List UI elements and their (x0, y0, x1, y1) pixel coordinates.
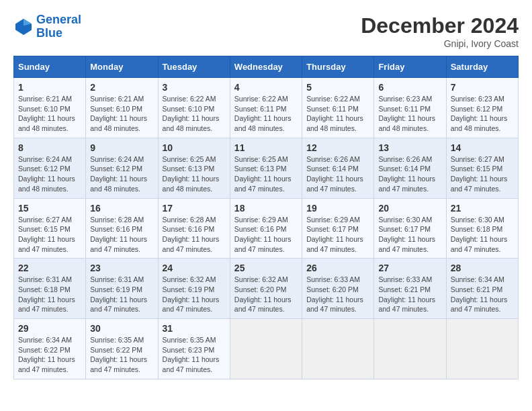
calendar-cell: 12Sunrise: 6:26 AM Sunset: 6:14 PM Dayli… (302, 138, 374, 198)
calendar-cell: 2Sunrise: 6:21 AM Sunset: 6:10 PM Daylig… (86, 78, 158, 138)
calendar-cell (230, 319, 302, 379)
day-info: Sunrise: 6:24 AM Sunset: 6:12 PM Dayligh… (90, 154, 153, 194)
calendar-cell: 15Sunrise: 6:27 AM Sunset: 6:15 PM Dayli… (14, 198, 86, 259)
day-number: 31 (163, 323, 226, 334)
day-info: Sunrise: 6:31 AM Sunset: 6:19 PM Dayligh… (90, 275, 153, 314)
calendar-cell: 21Sunrise: 6:30 AM Sunset: 6:18 PM Dayli… (446, 198, 518, 259)
day-number: 12 (306, 142, 369, 153)
day-info: Sunrise: 6:29 AM Sunset: 6:17 PM Dayligh… (306, 215, 369, 255)
day-number: 14 (451, 142, 514, 153)
day-number: 28 (451, 263, 514, 273)
calendar-cell: 13Sunrise: 6:26 AM Sunset: 6:14 PM Dayli… (374, 138, 446, 198)
day-info: Sunrise: 6:31 AM Sunset: 6:18 PM Dayligh… (18, 275, 81, 314)
day-info: Sunrise: 6:34 AM Sunset: 6:21 PM Dayligh… (451, 275, 514, 314)
day-info: Sunrise: 6:33 AM Sunset: 6:21 PM Dayligh… (378, 275, 441, 314)
calendar-cell: 31Sunrise: 6:35 AM Sunset: 6:23 PM Dayli… (158, 319, 230, 379)
calendar-cell: 28Sunrise: 6:34 AM Sunset: 6:21 PM Dayli… (446, 259, 518, 319)
calendar-cell: 3Sunrise: 6:22 AM Sunset: 6:10 PM Daylig… (158, 78, 230, 138)
header-day-monday: Monday (86, 56, 158, 78)
day-number: 1 (18, 82, 81, 93)
header-day-wednesday: Wednesday (230, 56, 302, 78)
day-number: 13 (378, 142, 441, 153)
calendar-cell: 16Sunrise: 6:28 AM Sunset: 6:16 PM Dayli… (86, 198, 158, 259)
day-number: 18 (234, 203, 298, 214)
header-day-sunday: Sunday (14, 56, 86, 78)
day-number: 27 (378, 263, 441, 273)
calendar-cell: 7Sunrise: 6:23 AM Sunset: 6:12 PM Daylig… (446, 78, 518, 138)
day-number: 3 (163, 82, 226, 93)
day-info: Sunrise: 6:29 AM Sunset: 6:16 PM Dayligh… (234, 215, 298, 255)
day-info: Sunrise: 6:21 AM Sunset: 6:10 PM Dayligh… (18, 94, 81, 134)
day-info: Sunrise: 6:27 AM Sunset: 6:15 PM Dayligh… (451, 154, 514, 194)
calendar-cell: 30Sunrise: 6:35 AM Sunset: 6:22 PM Dayli… (86, 319, 158, 379)
calendar-cell: 24Sunrise: 6:32 AM Sunset: 6:19 PM Dayli… (158, 259, 230, 319)
calendar-cell: 27Sunrise: 6:33 AM Sunset: 6:21 PM Dayli… (374, 259, 446, 319)
header: General Blue December 2024 Gnipi, Ivory … (13, 13, 519, 49)
day-info: Sunrise: 6:22 AM Sunset: 6:11 PM Dayligh… (234, 94, 298, 134)
day-info: Sunrise: 6:35 AM Sunset: 6:22 PM Dayligh… (90, 335, 153, 375)
day-number: 26 (306, 263, 369, 273)
week-row-3: 15Sunrise: 6:27 AM Sunset: 6:15 PM Dayli… (14, 198, 519, 259)
day-info: Sunrise: 6:27 AM Sunset: 6:15 PM Dayligh… (18, 215, 81, 255)
calendar-cell: 14Sunrise: 6:27 AM Sunset: 6:15 PM Dayli… (446, 138, 518, 198)
header-day-friday: Friday (374, 56, 446, 78)
day-info: Sunrise: 6:28 AM Sunset: 6:16 PM Dayligh… (90, 215, 153, 255)
calendar-cell: 11Sunrise: 6:25 AM Sunset: 6:13 PM Dayli… (230, 138, 302, 198)
subtitle: Gnipi, Ivory Coast (361, 38, 519, 49)
calendar-cell: 17Sunrise: 6:28 AM Sunset: 6:16 PM Dayli… (158, 198, 230, 259)
day-info: Sunrise: 6:23 AM Sunset: 6:11 PM Dayligh… (378, 94, 441, 134)
calendar-cell: 20Sunrise: 6:30 AM Sunset: 6:17 PM Dayli… (374, 198, 446, 259)
day-number: 2 (90, 82, 153, 93)
day-number: 7 (451, 82, 514, 93)
day-info: Sunrise: 6:33 AM Sunset: 6:20 PM Dayligh… (306, 275, 369, 314)
day-number: 15 (18, 203, 81, 214)
calendar-cell: 9Sunrise: 6:24 AM Sunset: 6:12 PM Daylig… (86, 138, 158, 198)
day-info: Sunrise: 6:26 AM Sunset: 6:14 PM Dayligh… (306, 154, 369, 194)
week-row-2: 8Sunrise: 6:24 AM Sunset: 6:12 PM Daylig… (14, 138, 519, 198)
week-row-5: 29Sunrise: 6:34 AM Sunset: 6:22 PM Dayli… (14, 319, 519, 379)
calendar-cell: 23Sunrise: 6:31 AM Sunset: 6:19 PM Dayli… (86, 259, 158, 319)
day-number: 23 (90, 263, 153, 273)
day-info: Sunrise: 6:22 AM Sunset: 6:11 PM Dayligh… (306, 94, 369, 134)
day-number: 21 (451, 203, 514, 214)
day-info: Sunrise: 6:26 AM Sunset: 6:14 PM Dayligh… (378, 154, 441, 194)
calendar-cell: 25Sunrise: 6:32 AM Sunset: 6:20 PM Dayli… (230, 259, 302, 319)
day-info: Sunrise: 6:35 AM Sunset: 6:23 PM Dayligh… (163, 335, 226, 375)
day-info: Sunrise: 6:30 AM Sunset: 6:18 PM Dayligh… (451, 215, 514, 255)
day-info: Sunrise: 6:23 AM Sunset: 6:12 PM Dayligh… (451, 94, 514, 134)
calendar-cell (374, 319, 446, 379)
day-number: 4 (234, 82, 298, 93)
calendar-cell: 19Sunrise: 6:29 AM Sunset: 6:17 PM Dayli… (302, 198, 374, 259)
calendar-cell: 5Sunrise: 6:22 AM Sunset: 6:11 PM Daylig… (302, 78, 374, 138)
day-number: 19 (306, 203, 369, 214)
logo-icon (13, 17, 34, 37)
day-number: 6 (378, 82, 441, 93)
day-info: Sunrise: 6:30 AM Sunset: 6:17 PM Dayligh… (378, 215, 441, 255)
day-number: 5 (306, 82, 369, 93)
day-number: 20 (378, 203, 441, 214)
day-info: Sunrise: 6:22 AM Sunset: 6:10 PM Dayligh… (163, 94, 226, 134)
logo-line1: General (36, 13, 81, 26)
day-number: 24 (163, 263, 226, 273)
calendar-cell: 29Sunrise: 6:34 AM Sunset: 6:22 PM Dayli… (14, 319, 86, 379)
day-number: 16 (90, 203, 153, 214)
calendar-cell (446, 319, 518, 379)
calendar-cell: 10Sunrise: 6:25 AM Sunset: 6:13 PM Dayli… (158, 138, 230, 198)
day-number: 11 (234, 142, 298, 153)
day-info: Sunrise: 6:21 AM Sunset: 6:10 PM Dayligh… (90, 94, 153, 134)
day-number: 8 (18, 142, 81, 153)
calendar-cell: 18Sunrise: 6:29 AM Sunset: 6:16 PM Dayli… (230, 198, 302, 259)
day-info: Sunrise: 6:32 AM Sunset: 6:19 PM Dayligh… (163, 275, 226, 314)
header-day-saturday: Saturday (446, 56, 518, 78)
day-number: 17 (163, 203, 226, 214)
header-day-tuesday: Tuesday (158, 56, 230, 78)
calendar-cell: 26Sunrise: 6:33 AM Sunset: 6:20 PM Dayli… (302, 259, 374, 319)
logo-line2: Blue (36, 26, 62, 40)
header-day-thursday: Thursday (302, 56, 374, 78)
calendar-cell: 6Sunrise: 6:23 AM Sunset: 6:11 PM Daylig… (374, 78, 446, 138)
calendar-cell: 8Sunrise: 6:24 AM Sunset: 6:12 PM Daylig… (14, 138, 86, 198)
week-row-4: 22Sunrise: 6:31 AM Sunset: 6:18 PM Dayli… (14, 259, 519, 319)
title-area: December 2024 Gnipi, Ivory Coast (361, 13, 519, 49)
day-number: 10 (163, 142, 226, 153)
calendar-cell (302, 319, 374, 379)
